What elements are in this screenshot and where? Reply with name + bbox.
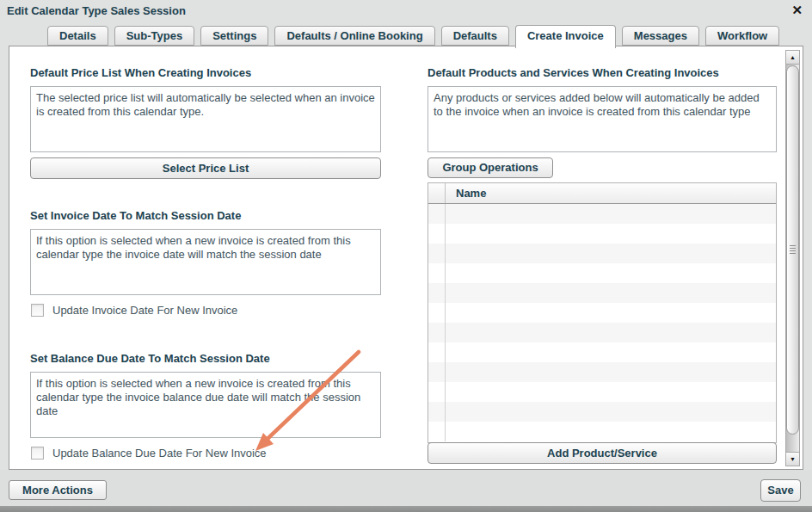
table-row[interactable] xyxy=(428,224,776,244)
table-row[interactable] xyxy=(428,303,776,323)
update-invoice-date-row: Update Invoice Date For New Invoice xyxy=(31,304,237,317)
table-row-name-cell xyxy=(446,323,776,342)
scroll-down-icon[interactable]: ▼ xyxy=(786,452,799,466)
scroll-up-icon[interactable]: ▲ xyxy=(786,51,799,65)
table-row[interactable] xyxy=(428,382,776,402)
more-actions-button[interactable]: More Actions xyxy=(9,480,107,500)
products-table-header-name-col: Name xyxy=(446,183,776,203)
balance-due-heading: Set Balance Due Date To Match Session Da… xyxy=(30,352,270,365)
scrollbar-grip-icon xyxy=(790,245,796,255)
table-row-selector-cell xyxy=(428,303,446,323)
table-row-name-cell xyxy=(446,303,776,323)
table-row-selector-cell xyxy=(428,244,446,263)
footer-bar: More Actions Save xyxy=(0,470,812,506)
products-services-heading: Default Products and Services When Creat… xyxy=(428,66,719,79)
table-row-selector-cell xyxy=(428,422,446,441)
save-button[interactable]: Save xyxy=(760,479,801,502)
tab-bar: DetailsSub-TypesSettingsDefaults / Onlin… xyxy=(47,26,779,48)
price-list-heading: Default Price List When Creating Invoice… xyxy=(30,66,251,79)
products-table-header-selector-col xyxy=(428,183,446,203)
group-operations-button[interactable]: Group Operations xyxy=(428,157,553,178)
products-services-description: Any products or services added below wil… xyxy=(428,86,777,152)
table-row-selector-cell xyxy=(428,323,446,342)
close-icon[interactable]: ✕ xyxy=(791,3,803,18)
table-row-selector-cell xyxy=(428,342,446,362)
invoice-date-heading: Set Invoice Date To Match Session Date xyxy=(30,209,241,222)
products-table: Name xyxy=(428,182,777,443)
table-row-name-cell xyxy=(446,244,776,263)
add-product-service-button[interactable]: Add Product/Service xyxy=(428,442,777,464)
edit-calendar-type-dialog: Edit Calendar Type Sales Session ✕ Detai… xyxy=(0,0,812,512)
update-balance-due-label: Update Balance Due Date For New Invoice xyxy=(52,447,267,460)
table-row[interactable] xyxy=(428,263,776,283)
table-row-name-cell xyxy=(446,283,776,303)
table-row-selector-cell xyxy=(428,204,446,224)
tab-sub-types[interactable]: Sub-Types xyxy=(114,26,195,46)
table-row[interactable] xyxy=(428,323,776,342)
table-row-name-cell xyxy=(446,342,776,362)
table-row-name-cell xyxy=(446,263,776,283)
table-row-name-cell xyxy=(446,224,776,244)
table-row[interactable] xyxy=(428,422,776,441)
tab-details[interactable]: Details xyxy=(47,26,108,46)
table-row-name-cell xyxy=(446,422,776,441)
table-row[interactable] xyxy=(428,283,776,303)
table-row[interactable] xyxy=(428,362,776,382)
products-table-header: Name xyxy=(428,183,776,204)
table-row[interactable] xyxy=(428,244,776,263)
table-row-name-cell xyxy=(446,204,776,224)
table-row-name-cell xyxy=(446,402,776,422)
update-invoice-date-label: Update Invoice Date For New Invoice xyxy=(52,304,237,317)
tab-defaults-online-booking[interactable]: Defaults / Online Booking xyxy=(274,26,434,46)
products-table-body xyxy=(428,204,776,441)
scrollbar-thumb[interactable] xyxy=(786,65,799,435)
update-balance-due-row: Update Balance Due Date For New Invoice xyxy=(31,447,267,460)
table-row[interactable] xyxy=(428,402,776,422)
table-row-selector-cell xyxy=(428,402,446,422)
table-row[interactable] xyxy=(428,342,776,362)
table-row-selector-cell xyxy=(428,362,446,382)
update-invoice-date-checkbox[interactable] xyxy=(31,304,44,317)
dialog-title: Edit Calendar Type Sales Session xyxy=(7,4,186,17)
balance-due-description: If this option is selected when a new in… xyxy=(30,372,381,438)
table-row-selector-cell xyxy=(428,382,446,402)
create-invoice-tab-panel: Default Price List When Creating Invoice… xyxy=(9,46,803,470)
tab-create-invoice[interactable]: Create Invoice xyxy=(515,25,616,48)
table-row[interactable] xyxy=(428,204,776,224)
invoice-date-description: If this option is selected when a new in… xyxy=(30,229,381,295)
price-list-description: The selected price list will automatical… xyxy=(30,86,381,152)
table-row-selector-cell xyxy=(428,263,446,283)
tab-settings[interactable]: Settings xyxy=(200,26,268,46)
table-row-selector-cell xyxy=(428,283,446,303)
tab-workflow[interactable]: Workflow xyxy=(705,26,779,46)
table-row-name-cell xyxy=(446,362,776,382)
select-price-list-button[interactable]: Select Price List xyxy=(30,157,381,179)
window-bottom-edge xyxy=(0,506,812,512)
tab-messages[interactable]: Messages xyxy=(622,26,699,46)
update-balance-due-checkbox[interactable] xyxy=(31,447,44,460)
table-row-name-cell xyxy=(446,382,776,402)
tab-defaults[interactable]: Defaults xyxy=(441,26,509,46)
vertical-scrollbar[interactable]: ▲ ▼ xyxy=(785,50,800,466)
table-row-selector-cell xyxy=(428,224,446,244)
title-bar: Edit Calendar Type Sales Session ✕ xyxy=(0,0,812,24)
